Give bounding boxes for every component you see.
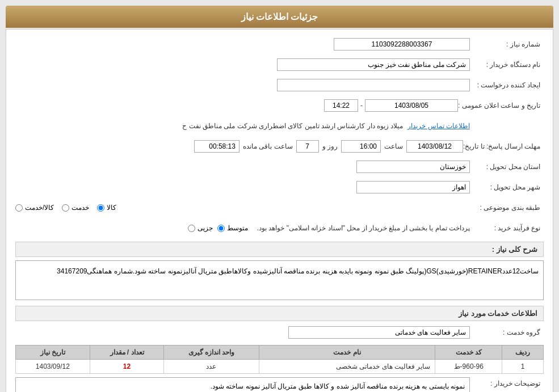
- deadline-label: مهلت ارسال پاسخ: تا تاریخ:: [463, 142, 544, 150]
- category-row: طبقه بندی موضوعی : کالا/خدمت خدمت کالا: [15, 200, 544, 216]
- creator-blank-value: [15, 79, 470, 91]
- category-option-khedmat-label: خدمت: [72, 204, 89, 212]
- buyer-notes-label: توضیحات خریدار :: [470, 377, 544, 387]
- process-label: نوع فرآیند خرید :: [470, 224, 544, 232]
- deadline-remaining-label: ساعت باقی مانده: [243, 142, 293, 150]
- service-group-label: گروه خدمت :: [470, 328, 544, 336]
- buyer-name-label: نام دستگاه خریدار :: [470, 61, 544, 69]
- category-value: کالا/خدمت خدمت کالا: [15, 204, 470, 212]
- city-row: شهر محل تحویل :: [15, 179, 544, 195]
- city-input[interactable]: [356, 181, 470, 193]
- process-row: نوع فرآیند خرید : پرداخت تمام یا بخشی از…: [15, 220, 544, 236]
- cell-date: 1403/09/12: [16, 360, 90, 374]
- category-option-kala[interactable]: کالا: [97, 204, 116, 212]
- deadline-day-label: روز و: [322, 142, 338, 150]
- province-value: [15, 161, 470, 173]
- process-option-jozi[interactable]: جزیی: [188, 224, 213, 232]
- buyer-name-value: [15, 58, 470, 71]
- buyer-name-input[interactable]: [277, 58, 470, 71]
- cell-name: سایر فعالیت های خدماتی شخصی: [259, 360, 435, 374]
- process-option-motavaset-label: متوسط: [227, 224, 248, 232]
- city-value: [15, 181, 470, 193]
- deadline-time-label: ساعت: [384, 142, 403, 150]
- deadline-remaining-input[interactable]: [194, 140, 239, 153]
- creator-person-row: اطلاعات تماس خریدار میلاد زیوه دار کارشن…: [15, 118, 544, 134]
- creator-blank-row: ایجاد کننده درخواست :: [15, 77, 544, 93]
- process-radio-motavaset[interactable]: [217, 225, 225, 232]
- buyer-notes-row: توضیحات خریدار : نمونه بایستی به هزینه ب…: [15, 377, 544, 392]
- creator-person-value: اطلاعات تماس خریدار میلاد زیوه دار کارشن…: [15, 122, 470, 130]
- public-date-time-input[interactable]: [324, 99, 358, 112]
- province-row: استان محل تحویل :: [15, 159, 544, 175]
- cell-code: 960-96-ط: [435, 360, 502, 374]
- process-value: پرداخت تمام یا بخشی از مبلغ خریدار از مح…: [15, 224, 470, 232]
- public-date-label: تاریخ و ساعت اعلان عمومی :: [458, 102, 544, 109]
- need-number-input[interactable]: [334, 38, 470, 50]
- date-separator: -: [360, 102, 363, 109]
- col-qty: تعداد / مقدار: [90, 345, 164, 360]
- need-number-row: شماره نیاز :: [15, 36, 544, 52]
- process-option-motavaset[interactable]: متوسط: [217, 224, 248, 232]
- need-number-value: [15, 38, 470, 50]
- category-radio-khedmat[interactable]: [62, 204, 69, 212]
- col-code: کد خدمت: [435, 345, 502, 360]
- cell-qty: 12: [90, 360, 164, 374]
- cell-row: 1: [502, 360, 544, 374]
- process-note: پرداخت تمام یا بخشی از مبلغ خریدار از مح…: [257, 224, 470, 232]
- deadline-row: مهلت ارسال پاسخ: تا تاریخ: ساعت روز و سا…: [15, 138, 544, 154]
- public-date-value: -: [15, 99, 458, 112]
- service-group-value: [15, 326, 470, 339]
- services-table-container: ردیف کد خدمت نام خدمت واحد اندازه گیری ت…: [15, 345, 544, 374]
- need-number-label: شماره نیاز :: [470, 40, 544, 48]
- process-radio-jozi[interactable]: [188, 225, 195, 232]
- table-row: 1 960-96-ط سایر فعالیت های خدماتی شخصی ع…: [16, 360, 544, 374]
- category-option-kala-khedmat-label: کالا/خدمت: [25, 204, 54, 212]
- cell-unit: عدد: [164, 360, 259, 374]
- deadline-days-input[interactable]: [296, 140, 319, 153]
- deadline-value: ساعت روز و ساعت باقی مانده: [15, 140, 463, 153]
- buyer-notes-box: نمونه بایستی به هزینه برنده مناقصه آنالی…: [15, 377, 470, 392]
- col-date: تاریخ نیاز: [16, 345, 90, 360]
- province-label: استان محل تحویل :: [470, 163, 544, 171]
- creator-blank-label: ایجاد کننده درخواست :: [470, 81, 544, 89]
- public-date-from-input[interactable]: [365, 99, 458, 112]
- process-option-jozi-label: جزیی: [197, 224, 213, 232]
- contact-link[interactable]: اطلاعات تماس خریدار: [407, 122, 470, 130]
- col-unit: واحد اندازه گیری: [164, 345, 259, 360]
- col-row: ردیف: [502, 345, 544, 360]
- buyer-name-row: نام دستگاه خریدار :: [15, 57, 544, 73]
- deadline-time-input[interactable]: [341, 140, 381, 153]
- need-description-header: شرح کلی نیاز :: [15, 242, 544, 257]
- category-option-khedmat[interactable]: خدمت: [62, 204, 89, 212]
- creator-blank-input[interactable]: [277, 79, 470, 91]
- need-description-box: ساخت12عددRETAINER(خورشیدی)GS(پولینگ طبق …: [15, 260, 544, 300]
- page-wrapper: جزئیات اطلاعات نیاز شماره نیاز : نام دست…: [0, 0, 559, 392]
- service-group-input[interactable]: [288, 326, 470, 339]
- main-panel: شماره نیاز : نام دستگاه خریدار : ایجاد ک…: [6, 29, 553, 392]
- category-label: طبقه بندی موضوعی :: [470, 204, 544, 212]
- deadline-date-input[interactable]: [406, 140, 463, 153]
- services-section-header: اطلاعات خدمات مورد نیاز: [15, 306, 544, 321]
- service-group-row: گروه خدمت :: [15, 324, 544, 340]
- category-option-kala-khedmat[interactable]: کالا/خدمت: [15, 204, 54, 212]
- services-table: ردیف کد خدمت نام خدمت واحد اندازه گیری ت…: [15, 345, 544, 374]
- province-input[interactable]: [356, 161, 470, 173]
- category-option-kala-label: کالا: [107, 204, 116, 212]
- page-title: جزئیات اطلاعات نیاز: [6, 6, 553, 28]
- category-radio-kala-khedmat[interactable]: [15, 204, 23, 212]
- public-date-row: تاریخ و ساعت اعلان عمومی : -: [15, 98, 544, 113]
- col-name: نام خدمت: [259, 345, 435, 360]
- creator-person-text: میلاد زیوه دار کارشناس ارشد تامین کالای …: [182, 122, 403, 130]
- category-radio-kala[interactable]: [97, 204, 104, 212]
- city-label: شهر محل تحویل :: [470, 183, 544, 191]
